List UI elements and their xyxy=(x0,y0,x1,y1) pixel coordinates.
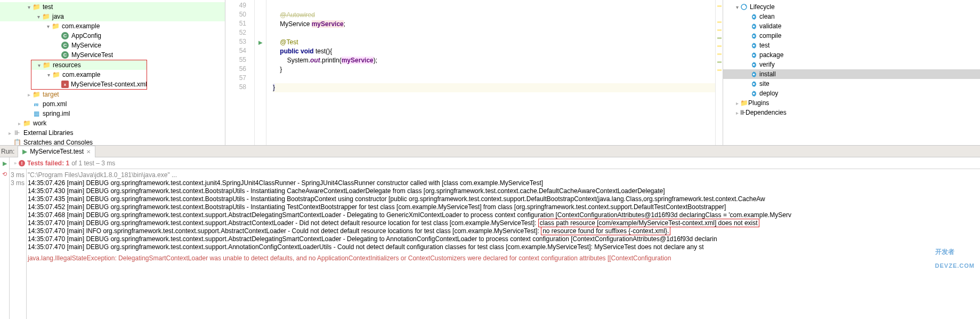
maven-goal-validate[interactable]: validate xyxy=(723,21,980,31)
maven-goal-deploy[interactable]: deploy xyxy=(723,89,980,98)
svg-point-3 xyxy=(752,35,755,37)
dependencies-icon: ⊪ xyxy=(740,109,746,116)
run-tab-label: MyServiceTest.test xyxy=(30,148,84,155)
tree-java-folder[interactable]: ▾📁java xyxy=(0,12,225,21)
gutter-icons-column: ▶ xyxy=(255,0,266,145)
svg-point-2 xyxy=(752,25,755,27)
gear-icon xyxy=(750,22,757,30)
svg-point-8 xyxy=(752,83,755,85)
run-tool-header: Run: ▶ MyServiceTest.test ✕ xyxy=(0,145,980,157)
svg-point-4 xyxy=(752,44,755,46)
tree-label: resources xyxy=(53,61,81,69)
tree-label: External Libraries xyxy=(23,129,73,137)
overview-ruler[interactable] xyxy=(715,0,723,145)
tree-xml-context[interactable]: xMyServiceTest-context.xml xyxy=(31,79,147,89)
maven-goal-package[interactable]: package xyxy=(723,50,980,60)
tree-label: spring.iml xyxy=(43,110,70,117)
tree-scratches[interactable]: 📋Scratches and Consoles xyxy=(0,138,225,145)
chevron-icon: » xyxy=(14,161,17,166)
maven-goal-install[interactable]: install xyxy=(723,69,980,79)
tree-iml[interactable]: ▦spring.iml xyxy=(0,109,225,118)
run-toolbar: ▶ ⟲ xyxy=(0,157,10,319)
gear-icon xyxy=(750,32,757,39)
gear-icon xyxy=(750,70,757,78)
gear-icon xyxy=(750,42,757,49)
maven-plugins-node[interactable]: ▸📁Plugins xyxy=(723,98,980,108)
rerun-button[interactable]: ▶ xyxy=(1,160,9,167)
maven-goal-clean[interactable]: clean xyxy=(723,12,980,21)
gear-icon xyxy=(750,90,757,97)
run-tab[interactable]: ▶ MyServiceTest.test ✕ xyxy=(18,146,95,157)
gear-icon xyxy=(750,61,757,68)
maven-goal-site[interactable]: site xyxy=(723,79,980,89)
maven-goal-test[interactable]: test xyxy=(723,41,980,50)
folder-icon: 📁 xyxy=(740,99,748,107)
tree-work-folder[interactable]: ▸📁work xyxy=(0,118,225,128)
tree-class-myservicetest[interactable]: CMyServiceTest xyxy=(0,50,225,60)
run-test-gutter-icon[interactable]: ▶ xyxy=(258,39,263,45)
svg-point-9 xyxy=(752,92,755,94)
test-status-bar: » ! Tests failed: 1 of 1 test – 3 ms xyxy=(10,157,980,169)
tree-external-libraries[interactable]: ▸⊪External Libraries xyxy=(0,128,225,138)
gear-icon xyxy=(750,80,757,87)
tests-count-text: of 1 test – 3 ms xyxy=(71,160,115,167)
lifecycle-icon xyxy=(740,3,748,11)
svg-point-6 xyxy=(752,63,755,66)
run-label: Run: xyxy=(1,148,14,155)
tree-test-folder[interactable]: ▾📁test xyxy=(0,2,225,12)
code-editor[interactable]: 49 50 51 52 53 54 55 56 57 58 ▶ @Autowir… xyxy=(225,0,723,145)
svg-point-1 xyxy=(752,15,755,18)
tree-label: target xyxy=(43,91,59,98)
highlighted-error-2: no resource found for suffixes {-context… xyxy=(541,227,670,235)
tree-pom[interactable]: mpom.xml xyxy=(0,99,225,109)
console-output[interactable]: "C:\Program Files\Java\jdk1.8.0_181\bin\… xyxy=(27,169,980,319)
tree-label: pom.xml xyxy=(43,100,67,108)
tree-label: test xyxy=(43,3,53,11)
gear-icon xyxy=(750,13,757,20)
maven-goal-compile[interactable]: compile xyxy=(723,31,980,41)
tree-label: AppConfig xyxy=(71,32,101,39)
tree-resources-folder[interactable]: ▾📁resources xyxy=(31,60,147,70)
gear-icon xyxy=(750,51,757,59)
tree-label: Scratches and Consoles xyxy=(23,139,93,145)
tree-label: work xyxy=(33,119,46,127)
svg-point-5 xyxy=(752,54,755,56)
close-tab-icon[interactable]: ✕ xyxy=(86,149,91,155)
highlighted-error-1: class path resource [com/example/MyServi… xyxy=(538,219,759,227)
tests-failed-text: Tests failed: 1 xyxy=(27,160,69,167)
tree-label: java xyxy=(52,13,64,20)
maven-panel[interactable]: ▾Lifecycle clean validate compile test p… xyxy=(723,0,980,145)
maven-dependencies-node[interactable]: ▸⊪Dependencies xyxy=(723,108,980,117)
tree-label: com.example xyxy=(62,71,100,78)
maven-goal-verify[interactable]: verify xyxy=(723,60,980,69)
tree-class-appconfig[interactable]: CAppConfig xyxy=(0,31,225,41)
fail-status-icon: ! xyxy=(19,160,25,166)
rerun-failed-button[interactable]: ⟲ xyxy=(1,170,9,178)
project-tree-panel[interactable]: ▾📁test ▾📁java ▾📁com.example CAppConfig C… xyxy=(0,0,225,145)
play-icon: ▶ xyxy=(22,148,27,155)
code-content[interactable]: @Autowired MyService myService; @Test pu… xyxy=(266,0,715,145)
line-number-gutter: 49 50 51 52 53 54 55 56 57 58 xyxy=(225,0,255,145)
tree-label: MyService xyxy=(71,42,101,49)
tree-package-resources-com-example[interactable]: ▾📁com.example xyxy=(31,70,147,79)
svg-point-7 xyxy=(752,73,755,75)
maven-lifecycle-node[interactable]: ▾Lifecycle xyxy=(723,2,980,12)
tree-label: MyServiceTest-context.xml xyxy=(71,81,147,88)
tree-label: MyServiceTest xyxy=(71,51,113,59)
test-duration-column: 3 ms 3 ms xyxy=(10,169,27,319)
tree-class-myservice[interactable]: CMyService xyxy=(0,41,225,50)
tree-label: com.example xyxy=(62,22,100,30)
tree-target-folder[interactable]: ▸📁target xyxy=(0,90,225,99)
tree-package-com-example[interactable]: ▾📁com.example xyxy=(0,21,225,31)
